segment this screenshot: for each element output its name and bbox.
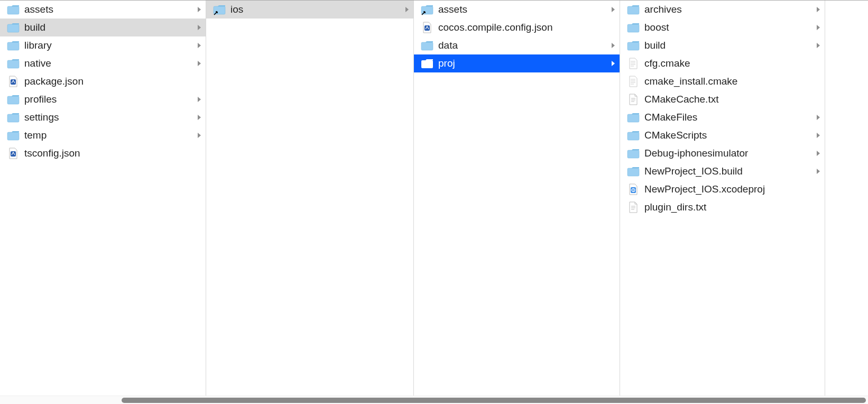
folder-icon [6,39,20,52]
folder-icon [6,57,20,70]
file-item[interactable]: assets [0,1,206,19]
file-item[interactable]: data [414,36,620,54]
file-label: Debug-iphonesimulator [644,148,812,159]
finder-columns: assets build library native package.json… [0,1,868,396]
textfile-icon [626,75,640,88]
file-label: cfg.cmake [644,58,821,69]
chevron-right-icon [197,42,202,49]
file-item[interactable]: build [620,36,825,54]
chevron-right-icon [816,24,821,31]
file-item[interactable]: CMakeScripts [620,126,825,144]
file-label: proj [438,58,607,69]
file-label: plugin_dirs.txt [644,201,821,213]
file-label: ios [230,4,401,15]
folder-alias-icon [213,3,226,16]
file-label: cmake_install.cmake [644,76,821,87]
folder-icon [420,39,434,52]
file-item[interactable]: package.json [0,72,206,90]
file-item[interactable]: cocos.compile.config.json [414,19,620,36]
file-item[interactable]: cfg.cmake [620,54,825,72]
file-item[interactable]: NewProject_IOS.build [620,162,825,180]
folder-icon [626,111,640,124]
svg-rect-15 [627,24,639,32]
svg-rect-30 [627,150,639,158]
folder-icon [626,164,640,178]
chevron-right-icon [816,150,821,157]
file-item[interactable]: temp [0,126,206,144]
folder-icon [626,21,640,34]
svg-rect-3 [7,60,19,68]
folder-icon [6,3,20,16]
file-label: profiles [24,94,193,105]
chevron-right-icon [611,6,616,13]
chevron-right-icon [611,42,616,49]
file-item[interactable]: CMakeCache.txt [620,90,825,108]
svg-rect-5 [7,96,19,104]
file-label: package.json [24,76,202,87]
file-item[interactable]: NewProject_IOS.xcodeproj [620,180,825,198]
svg-rect-2 [7,42,19,50]
file-label: CMakeCache.txt [644,94,821,105]
file-item[interactable]: archives [620,1,825,19]
file-item[interactable]: plugin_dirs.txt [620,198,825,216]
svg-rect-12 [421,42,433,50]
file-item[interactable]: ios [206,1,413,19]
chevron-right-icon [816,168,821,175]
file-item[interactable]: CMakeFiles [620,108,825,126]
folder-icon [6,128,20,142]
file-label: NewProject_IOS.build [644,166,812,177]
svg-rect-16 [627,42,639,50]
column-0[interactable]: assets build library native package.json… [0,1,206,396]
horizontal-scrollbar[interactable] [0,396,868,404]
file-item[interactable]: settings [0,108,206,126]
column-3[interactable]: archives boost build cfg.cmake cmake_ins… [620,1,825,396]
chevron-right-icon [197,60,202,67]
file-label: library [24,40,193,51]
file-item[interactable]: native [0,54,206,72]
chevron-right-icon [816,6,821,13]
file-item[interactable]: boost [620,19,825,36]
xcfile-icon [6,75,20,88]
docfile-icon [626,93,640,106]
svg-rect-6 [7,114,19,122]
file-label: CMakeFiles [644,112,812,123]
file-label: native [24,58,193,69]
file-item[interactable]: cmake_install.cmake [620,72,825,90]
file-item[interactable]: library [0,36,206,54]
chevron-right-icon [197,96,202,103]
folder-alias-icon [420,3,434,16]
docfile-icon [626,200,640,214]
folder-icon [6,21,20,34]
chevron-right-icon [197,24,202,31]
chevron-right-icon [816,114,821,121]
folder-icon [626,39,640,52]
file-label: boost [644,22,812,33]
file-label: data [438,40,607,51]
file-label: assets [438,4,607,15]
file-label: temp [24,130,193,141]
folder-icon [6,93,20,106]
column-1[interactable]: ios [206,1,414,396]
svg-rect-7 [7,132,19,140]
svg-rect-28 [627,114,639,122]
file-item[interactable]: build [0,19,206,36]
file-item[interactable]: assets [414,1,620,19]
file-item[interactable]: profiles [0,90,206,108]
scrollbar-thumb[interactable] [122,398,866,403]
chevron-right-icon [405,6,410,13]
folder-icon [6,111,20,124]
chevron-right-icon [197,6,202,13]
svg-rect-0 [7,6,19,14]
file-item[interactable]: tsconfig.json [0,144,206,162]
folder-icon [420,57,434,70]
file-label: CMakeScripts [644,130,812,141]
file-label: cocos.compile.config.json [438,22,616,33]
file-item[interactable]: Debug-iphonesimulator [620,144,825,162]
svg-rect-31 [627,168,639,176]
file-label: archives [644,4,812,15]
file-label: settings [24,112,193,123]
folder-icon [626,128,640,142]
column-2[interactable]: assets cocos.compile.config.json data pr… [414,1,620,396]
chevron-right-icon [611,60,616,67]
file-item[interactable]: proj [414,54,620,72]
